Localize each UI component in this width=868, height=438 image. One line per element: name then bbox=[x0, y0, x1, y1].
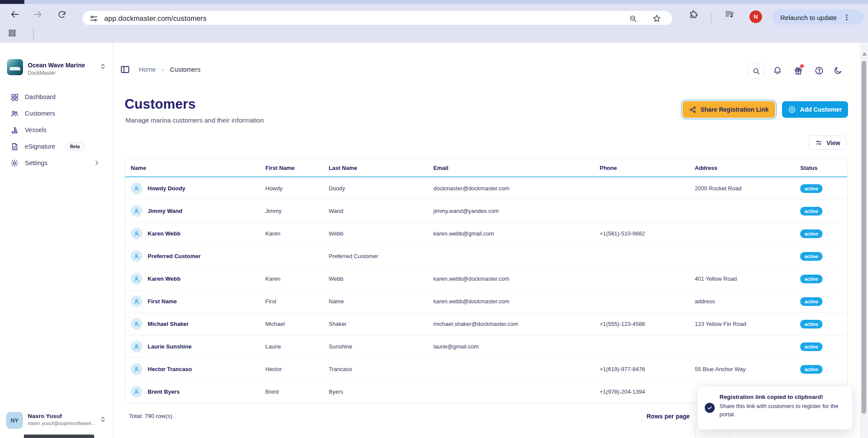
moon-icon bbox=[834, 66, 842, 75]
column-header-last-name[interactable]: Last Name bbox=[329, 165, 433, 171]
sidebar-item-customers[interactable]: Customers bbox=[3, 105, 109, 122]
user-name: Nasro Yusuf bbox=[28, 413, 62, 419]
cell-email: karen.webb@dockmaster.com bbox=[433, 298, 600, 305]
table-row[interactable]: Karen Webb Karen Webb karen.webb@dockmas… bbox=[125, 268, 847, 290]
sidebar-item-settings[interactable]: Settings bbox=[3, 155, 109, 171]
status-badge: active bbox=[800, 184, 822, 193]
sidebar-item-label: Dashboard bbox=[25, 93, 56, 100]
notifications-button[interactable] bbox=[769, 63, 785, 78]
cell-email: jimmy.wand@yandex.com bbox=[433, 208, 600, 214]
cell-name[interactable]: Brent Byers bbox=[131, 386, 265, 398]
user-avatar[interactable]: NY bbox=[6, 412, 23, 429]
breadcrumb-home[interactable]: Home bbox=[139, 66, 156, 73]
scrollbar-up-arrow[interactable] bbox=[862, 52, 867, 56]
check-circle-icon bbox=[705, 403, 715, 413]
column-header-address[interactable]: Address bbox=[695, 165, 800, 171]
url-bar[interactable]: app.dockmaster.com/customers bbox=[83, 11, 672, 26]
sidebar-item-label: Settings bbox=[25, 159, 47, 166]
person-avatar-icon bbox=[131, 273, 142, 285]
forward-arrow-icon bbox=[33, 10, 43, 19]
relaunch-button[interactable]: Relaunch to update bbox=[772, 10, 864, 25]
whats-new-button[interactable] bbox=[790, 63, 806, 78]
rows-per-page-label: Rows per page bbox=[647, 413, 690, 420]
scrollbar-thumb[interactable] bbox=[861, 61, 866, 414]
org-name[interactable]: Ocean Wave Marine bbox=[28, 62, 85, 69]
forward-button[interactable] bbox=[30, 7, 45, 22]
cell-last-name: Preferred Customer bbox=[329, 253, 433, 259]
cell-name[interactable]: Hector Trancaso bbox=[131, 363, 265, 375]
table-row[interactable]: Preferred Customer Preferred Customer ac… bbox=[125, 245, 847, 268]
browser-profile-avatar[interactable]: N bbox=[749, 10, 762, 23]
search-button[interactable] bbox=[748, 63, 764, 79]
user-menu-chevrons-icon[interactable] bbox=[99, 415, 107, 423]
cell-status: active bbox=[800, 365, 847, 374]
cell-name[interactable]: First Name bbox=[131, 295, 265, 307]
cell-name[interactable]: Karen Webb bbox=[131, 228, 265, 239]
media-controls-button[interactable] bbox=[722, 7, 737, 22]
bookmark-star-icon[interactable] bbox=[652, 14, 661, 23]
share-registration-link-button[interactable]: Share Registration Link bbox=[683, 101, 775, 118]
sidebar-item-esignature[interactable]: eSignature Beta bbox=[3, 138, 109, 155]
add-button-label: Add Customer bbox=[800, 106, 842, 113]
column-header-phone[interactable]: Phone bbox=[600, 165, 695, 171]
person-avatar-icon bbox=[131, 250, 142, 262]
table-row[interactable]: Hector Trancaso Hector Trancaso +1(619)-… bbox=[125, 358, 847, 381]
cell-last-name: Sunshine bbox=[329, 343, 433, 350]
column-header-email[interactable]: Email bbox=[433, 165, 600, 171]
cell-first-name: Hector bbox=[265, 366, 329, 372]
help-button[interactable] bbox=[811, 63, 827, 78]
cell-last-name: Webb bbox=[329, 230, 433, 237]
table-row[interactable]: Laurie Sunshine Laurie Sunshine laurie@g… bbox=[125, 335, 847, 358]
cell-first-name: Laurie bbox=[265, 343, 329, 350]
cell-name[interactable]: Jimmy Wand bbox=[131, 205, 265, 217]
view-options-button[interactable]: View bbox=[809, 136, 847, 150]
column-header-status[interactable]: Status bbox=[800, 165, 847, 171]
sidebar-toggle-button[interactable] bbox=[120, 64, 130, 76]
extensions-button[interactable] bbox=[686, 7, 701, 22]
sidebar-item-dashboard[interactable]: Dashboard bbox=[3, 89, 109, 105]
cell-last-name: Webb bbox=[329, 275, 433, 282]
add-customer-button[interactable]: Add Customer bbox=[782, 101, 848, 118]
dark-mode-button[interactable] bbox=[830, 63, 846, 78]
table-row[interactable]: Howdy Doody Howdy Doody dockmaster@dockm… bbox=[125, 177, 847, 200]
cell-name[interactable]: Howdy Doody bbox=[131, 182, 265, 194]
cell-name[interactable]: Karen Webb bbox=[131, 273, 265, 285]
toast-title: Registration link copied to clipboard! bbox=[719, 394, 823, 400]
cell-email: michael.shaker@dockmaster.com bbox=[433, 321, 600, 327]
cell-status: active bbox=[800, 207, 847, 216]
zoom-icon[interactable] bbox=[629, 14, 637, 23]
beta-badge: Beta bbox=[66, 143, 84, 150]
sidebar-item-vessels[interactable]: Vessels bbox=[3, 122, 109, 138]
person-avatar-icon bbox=[131, 341, 142, 352]
cell-name[interactable]: Laurie Sunshine bbox=[131, 341, 265, 352]
reload-icon bbox=[57, 10, 66, 19]
table-row[interactable]: Jimmy Wand Jimmy Wand jimmy.wand@yandex.… bbox=[125, 200, 847, 222]
cell-name[interactable]: Michael Shaker bbox=[131, 318, 265, 330]
browser-toolbar: app.dockmaster.com/customers N Relaunch … bbox=[0, 4, 868, 25]
menu-dots-icon[interactable] bbox=[843, 13, 851, 21]
extensions-puzzle-icon bbox=[689, 10, 698, 19]
status-badge: active bbox=[800, 207, 822, 216]
cell-name[interactable]: Preferred Customer bbox=[131, 250, 265, 262]
reload-button[interactable] bbox=[54, 7, 69, 22]
toolbar-divider bbox=[711, 13, 711, 23]
column-header-first-name[interactable]: First Name bbox=[265, 165, 329, 171]
status-badge: active bbox=[800, 252, 822, 261]
site-settings-icon[interactable] bbox=[89, 14, 98, 23]
cell-email: karen.webb@dockmaster.com bbox=[433, 275, 600, 282]
cell-status: active bbox=[800, 252, 847, 261]
url-text[interactable]: app.dockmaster.com/customers bbox=[104, 14, 207, 23]
cell-email: laurie@gmail.com bbox=[433, 343, 600, 350]
view-sliders-icon bbox=[815, 139, 822, 146]
column-header-name[interactable]: Name bbox=[131, 165, 265, 171]
dashboard-grid-icon bbox=[10, 93, 19, 101]
table-row[interactable]: First Name First Name karen.webb@dockmas… bbox=[125, 290, 847, 313]
apps-grid-button[interactable] bbox=[8, 29, 17, 39]
table-row[interactable]: Karen Webb Karen Webb karen.webb@gmail.c… bbox=[125, 222, 847, 245]
org-switcher-chevrons-icon[interactable] bbox=[99, 63, 107, 70]
breadcrumb: Home › Customers bbox=[139, 66, 201, 73]
user-email: nasro.yusuf@aspiresoftware... bbox=[28, 421, 96, 426]
back-button[interactable] bbox=[7, 7, 22, 22]
table-row[interactable]: Michael Shaker Michael Shaker michael.sh… bbox=[125, 313, 847, 335]
notification-dot bbox=[800, 64, 804, 68]
